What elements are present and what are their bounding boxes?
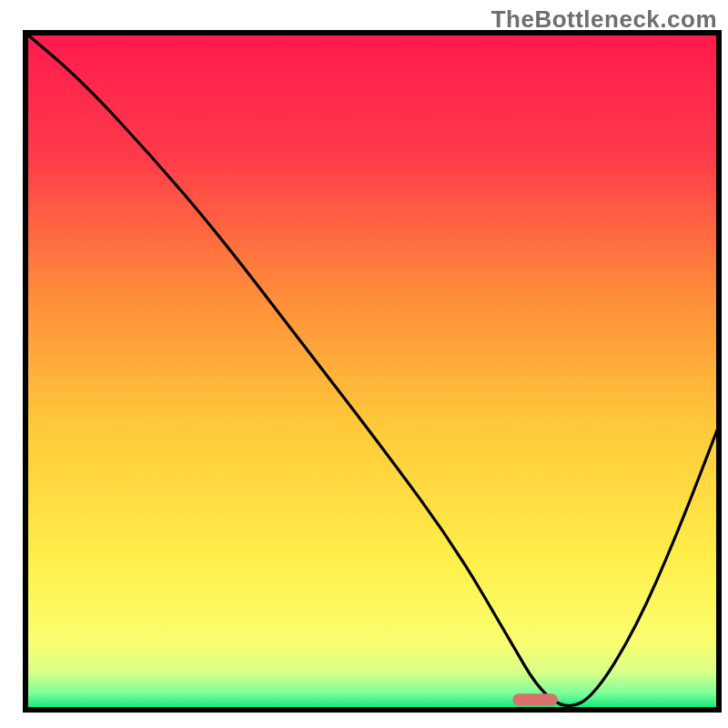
bottleneck-chart bbox=[0, 0, 728, 728]
watermark-text: TheBottleneck.com bbox=[491, 5, 717, 34]
optimal-marker bbox=[512, 693, 558, 705]
